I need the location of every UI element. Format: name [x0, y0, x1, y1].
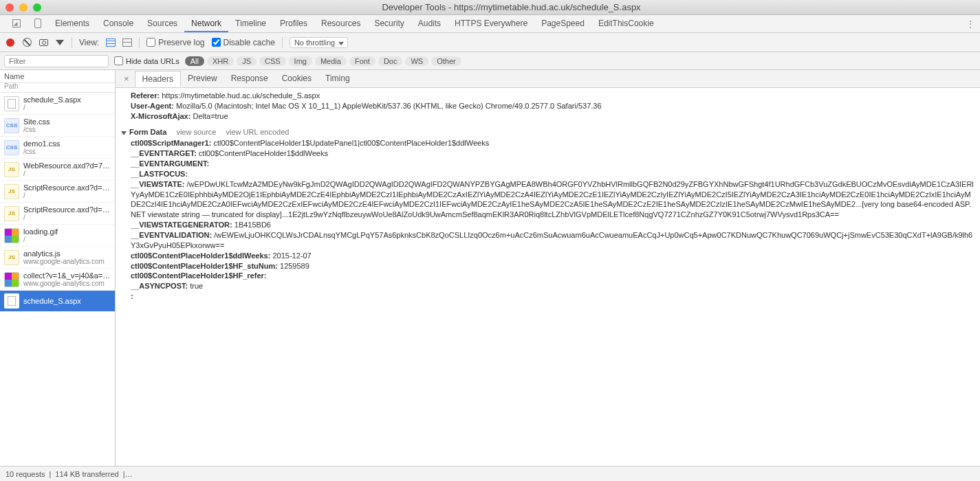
filter-type-font[interactable]: Font — [349, 56, 375, 66]
tab-network[interactable]: Network — [184, 15, 228, 32]
filter-type-other[interactable]: Other — [431, 56, 461, 66]
request-row[interactable]: CSSSite.css/css — [0, 115, 115, 137]
filter-type-media[interactable]: Media — [315, 56, 347, 66]
disable-cache-checkbox[interactable]: Disable cache — [212, 38, 275, 47]
preserve-log-checkbox[interactable]: Preserve log — [146, 38, 204, 47]
detail-tab-headers[interactable]: Headers — [135, 71, 181, 87]
panel-tabs: ElementsConsoleSourcesNetworkTimelinePro… — [0, 15, 980, 33]
tab-console[interactable]: Console — [96, 15, 140, 32]
filter-type-img[interactable]: Img — [289, 56, 312, 66]
request-count: 10 requests — [6, 470, 45, 478]
request-row[interactable]: JSScriptResource.axd?d=8QkSMG…/ — [0, 181, 115, 203]
window-title: Developer Tools - https://mytimetable.hu… — [48, 2, 974, 12]
overflow-menu-icon[interactable]: ⋮ — [961, 15, 980, 32]
tab-security[interactable]: Security — [367, 15, 411, 32]
detail-tab-cookies[interactable]: Cookies — [275, 71, 318, 87]
detail-tab-timing[interactable]: Timing — [318, 71, 357, 87]
view-large-icon[interactable] — [106, 38, 116, 47]
device-mode-icon[interactable] — [28, 15, 48, 32]
clear-button[interactable] — [22, 38, 32, 47]
column-path: Path — [0, 80, 23, 92]
filter-toggle-button[interactable] — [55, 38, 65, 47]
tab-pagespeed[interactable]: PageSpeed — [534, 15, 591, 32]
viewstate-value: /wEPDwUKLTcwMzA2MDEyNw9kFgJmD2QWAgIDD2QW… — [131, 180, 974, 219]
filter-input[interactable] — [4, 55, 109, 67]
view-url-encoded-link[interactable]: view URL encoded — [226, 127, 289, 137]
view-small-icon[interactable] — [122, 38, 132, 47]
hide-data-urls-checkbox[interactable]: Hide data URLs — [114, 56, 179, 65]
tab-https-everywhere[interactable]: HTTPS Everywhere — [448, 15, 534, 32]
request-row[interactable]: CSSdemo1.css/css — [0, 137, 115, 159]
img-file-icon — [4, 272, 19, 287]
js-file-icon: JS — [4, 162, 19, 177]
request-detail: × HeadersPreviewResponseCookiesTiming Re… — [116, 70, 980, 466]
request-row[interactable]: JSScriptResource.axd?d=WgcwM…/ — [0, 203, 115, 225]
network-filter-bar: Hide data URLs AllXHRJSCSSImgMediaFontDo… — [0, 52, 980, 70]
filter-type-css[interactable]: CSS — [259, 56, 286, 66]
tab-audits[interactable]: Audits — [411, 15, 448, 32]
close-detail-button[interactable]: × — [120, 74, 133, 84]
tab-profiles[interactable]: Profiles — [273, 15, 314, 32]
request-row[interactable]: loading.gif/ — [0, 225, 115, 247]
filter-type-js[interactable]: JS — [237, 56, 257, 66]
request-row[interactable]: schedule_S.aspx — [0, 291, 115, 312]
network-toolbar: View: Preserve log Disable cache No thro… — [0, 33, 980, 52]
tab-elements[interactable]: Elements — [48, 15, 96, 32]
filter-type-ws[interactable]: WS — [405, 56, 428, 66]
inspect-icon[interactable] — [6, 15, 28, 32]
doc-file-icon — [4, 293, 19, 309]
window-titlebar: Developer Tools - https://mytimetable.hu… — [0, 0, 980, 15]
request-row[interactable]: schedule_S.aspx/ — [0, 93, 115, 115]
tab-editthiscookie[interactable]: EditThisCookie — [591, 15, 661, 32]
filter-type-doc[interactable]: Doc — [378, 56, 403, 66]
status-bar: 10 requests | 114 KB transferred |… — [0, 466, 980, 481]
transferred-size: 114 KB transferred — [55, 470, 118, 478]
css-file-icon: CSS — [4, 140, 19, 155]
tab-sources[interactable]: Sources — [140, 15, 184, 32]
record-button[interactable] — [6, 38, 15, 47]
css-file-icon: CSS — [4, 118, 19, 133]
js-file-icon: JS — [4, 184, 19, 199]
detail-tab-preview[interactable]: Preview — [181, 71, 224, 87]
window-close-button[interactable] — [6, 3, 14, 12]
throttling-select[interactable]: No throttling — [290, 37, 348, 48]
tab-timeline[interactable]: Timeline — [228, 15, 273, 32]
img-file-icon — [4, 228, 19, 243]
js-file-icon: JS — [4, 206, 19, 221]
filter-type-all[interactable]: All — [185, 56, 204, 66]
filter-type-xhr[interactable]: XHR — [207, 56, 234, 66]
view-label: View: — [79, 38, 99, 47]
window-zoom-button[interactable] — [33, 3, 41, 12]
form-data-section[interactable]: Form Data — [129, 128, 166, 136]
capture-screenshots-button[interactable] — [39, 38, 48, 47]
detail-tab-response[interactable]: Response — [224, 71, 275, 87]
window-minimize-button[interactable] — [19, 3, 28, 12]
request-row[interactable]: JSWebResource.axd?d=7FEheizO3…/ — [0, 159, 115, 181]
view-source-link[interactable]: view source — [176, 127, 216, 137]
tab-resources[interactable]: Resources — [314, 15, 367, 32]
doc-file-icon — [4, 96, 19, 111]
js-file-icon: JS — [4, 250, 19, 265]
request-list: Name Path schedule_S.aspx/CSSSite.css/cs… — [0, 70, 116, 466]
request-row[interactable]: JSanalytics.jswww.google-analytics.com — [0, 247, 115, 269]
headers-content: Referer: https://mytimetable.hud.ac.uk/s… — [116, 88, 980, 466]
request-row[interactable]: collect?v=1&_v=j40&a=182957…www.google-a… — [0, 269, 115, 291]
